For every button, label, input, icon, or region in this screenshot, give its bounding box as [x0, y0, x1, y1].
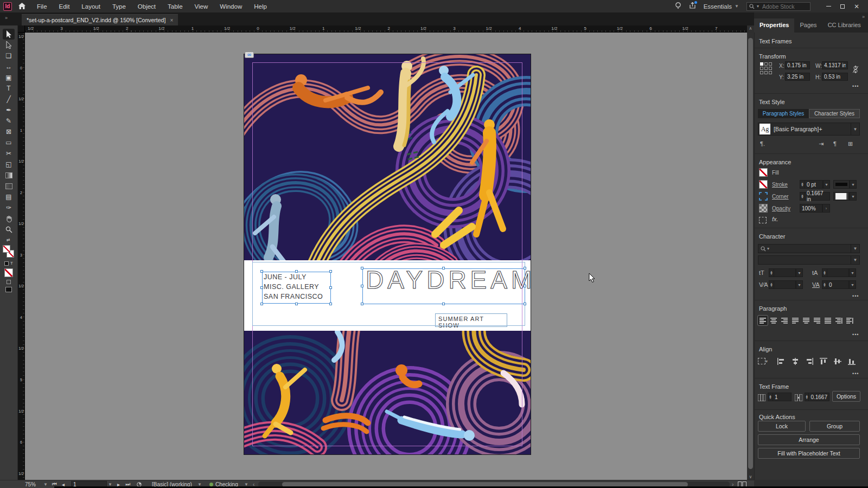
fill-swatch[interactable]: [3, 245, 10, 253]
menu-item[interactable]: Window: [214, 1, 248, 12]
align-left-button[interactable]: [758, 316, 768, 325]
pencil-tool[interactable]: ✎: [3, 115, 15, 126]
tab-close-icon[interactable]: ×: [170, 17, 173, 23]
vertical-scrollbar[interactable]: ∧ ∨: [747, 33, 754, 480]
menu-item[interactable]: Object: [132, 1, 162, 12]
w-field[interactable]: [822, 61, 848, 69]
selection-handle[interactable]: [361, 285, 363, 287]
minimize-button[interactable]: [821, 0, 835, 12]
vertical-ruler[interactable]: 1/201/211/221/231/241/251/261/2: [18, 33, 25, 480]
home-icon[interactable]: [18, 3, 25, 10]
search-box[interactable]: ▾: [746, 2, 810, 11]
x-field[interactable]: [785, 61, 810, 69]
menu-item[interactable]: Table: [162, 1, 189, 12]
tab-cc-libraries[interactable]: CC Libraries: [822, 18, 866, 33]
align-top-edges-button[interactable]: [819, 356, 828, 366]
menu-item[interactable]: Help: [248, 1, 273, 12]
selection-handle[interactable]: [260, 286, 263, 289]
close-button[interactable]: ✕: [850, 0, 864, 12]
lock-button[interactable]: Lock: [758, 421, 806, 432]
gradient-feather-tool[interactable]: [3, 181, 15, 191]
object-state-icon[interactable]: [759, 217, 767, 223]
align-away-from-spine-button[interactable]: [845, 316, 854, 325]
menu-item[interactable]: Layout: [75, 1, 106, 12]
selection-handle[interactable]: [524, 285, 526, 287]
font-style-select[interactable]: ▼: [758, 255, 860, 265]
gap-tool[interactable]: ↔: [3, 61, 15, 72]
selection-handle[interactable]: [329, 286, 332, 289]
paragraph-more-options[interactable]: •••: [852, 332, 859, 337]
scissors-tool[interactable]: ✂: [3, 148, 15, 159]
menu-item[interactable]: Type: [106, 1, 132, 12]
search-input[interactable]: [761, 3, 805, 10]
event-info-text[interactable]: JUNE - JULYMISC. GALLERYSAN FRANCISCO: [264, 272, 323, 301]
subtitle-text-frame[interactable]: SUMMER ART SHOW: [435, 313, 507, 327]
selection-handle[interactable]: [524, 267, 526, 269]
tracking-dropdown[interactable]: ▼: [849, 280, 856, 289]
opacity-expand-button[interactable]: ›: [822, 204, 830, 213]
font-size-dropdown[interactable]: ▼: [796, 268, 803, 277]
transform-more-options[interactable]: •••: [852, 84, 859, 89]
corner-shape-dropdown[interactable]: ▼: [850, 192, 857, 201]
selection-handle[interactable]: [361, 303, 363, 305]
paragraph-style-select[interactable]: Ag [Basic Paragraph]+ ▼: [758, 123, 860, 136]
clear-overrides-icon[interactable]: ¶: [833, 140, 837, 147]
selection-handle[interactable]: [442, 303, 445, 305]
type-tool[interactable]: T: [3, 83, 15, 94]
left-dock-collapse-icon[interactable]: »: [5, 15, 8, 21]
artwork-bottom[interactable]: [244, 331, 531, 454]
stroke-color-swatch[interactable]: [759, 180, 768, 189]
tab-properties[interactable]: Properties: [754, 18, 794, 33]
vertical-scrollbar-thumb[interactable]: [748, 38, 753, 469]
formatting-affects-container-icon[interactable]: [4, 261, 9, 266]
learn-lightbulb-icon[interactable]: [675, 2, 681, 11]
stroke-weight-stepper[interactable]: ▲▼0 pt: [800, 180, 823, 189]
align-right-button[interactable]: [780, 316, 789, 325]
align-right-edges-button[interactable]: [805, 356, 814, 366]
selection-handle[interactable]: [260, 303, 263, 305]
arrange-button[interactable]: Arrange: [758, 434, 860, 445]
chevron-down-icon[interactable]: ▼: [851, 256, 859, 264]
corner-shape-swatch[interactable]: [833, 192, 850, 201]
tab-character-styles[interactable]: Character Styles: [809, 109, 860, 118]
justify-left-button[interactable]: [790, 316, 800, 325]
selection-handle[interactable]: [260, 270, 263, 273]
opacity-label[interactable]: Opacity: [772, 206, 790, 211]
leading-stepper[interactable]: ▲▼: [822, 268, 849, 277]
linked-image-badge[interactable]: ∞: [245, 52, 254, 58]
postcard-page[interactable]: JUNE - JULYMISC. GALLERYSAN FRANCISCO DA…: [244, 54, 531, 454]
kerning-dropdown[interactable]: ▼: [796, 280, 803, 289]
eyedropper-tool[interactable]: ✑: [3, 202, 15, 213]
character-more-options[interactable]: •••: [852, 293, 859, 299]
canvas-viewport[interactable]: JUNE - JULYMISC. GALLERYSAN FRANCISCO DA…: [25, 33, 747, 480]
screen-mode-icon[interactable]: [5, 287, 12, 292]
page-tool[interactable]: ❏: [3, 50, 15, 61]
constrain-proportions-icon[interactable]: [852, 65, 859, 75]
font-family-select[interactable]: ▾ ▼: [758, 244, 860, 253]
justify-center-button[interactable]: [801, 316, 811, 325]
selection-handle[interactable]: [361, 267, 363, 269]
share-icon[interactable]: [689, 2, 696, 10]
align-bottom-edges-button[interactable]: [847, 356, 857, 366]
fill-color-swatch[interactable]: [759, 168, 768, 177]
selection-tool[interactable]: [3, 29, 15, 40]
align-to-dropdown[interactable]: ▾: [758, 356, 768, 366]
stroke-label[interactable]: Stroke: [772, 182, 788, 188]
fill-placeholder-button[interactable]: Fill with Placeholder Text: [758, 448, 860, 459]
leading-dropdown[interactable]: ▼: [849, 268, 856, 277]
ruler-origin-corner[interactable]: [18, 25, 25, 33]
tab-pages[interactable]: Pages: [794, 18, 822, 33]
y-field[interactable]: [785, 73, 810, 81]
hand-tool[interactable]: [3, 213, 15, 224]
postcard-title-text[interactable]: DAYDREAM: [366, 265, 535, 294]
font-size-stepper[interactable]: ▲▼: [769, 268, 796, 277]
align-horizontal-centers-button[interactable]: [790, 356, 800, 366]
document-tab[interactable]: *set-up-a-postcard_END_V2.indd @ 150% [C…: [22, 14, 178, 25]
stroke-weight-dropdown[interactable]: ▼: [823, 180, 830, 189]
zoom-level[interactable]: 75%: [25, 480, 36, 488]
workspace-switcher[interactable]: Essentials▼: [704, 3, 739, 10]
chevron-down-icon[interactable]: ▼: [851, 123, 859, 135]
line-tool[interactable]: ╱: [3, 94, 15, 105]
align-left-edges-button[interactable]: [776, 356, 786, 366]
selection-handle[interactable]: [524, 303, 526, 305]
